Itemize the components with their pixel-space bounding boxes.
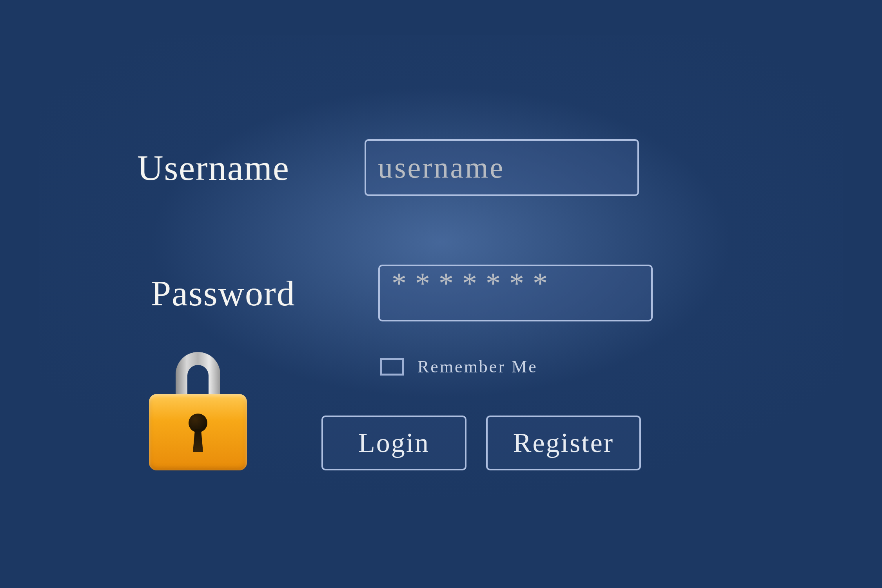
remember-me-label: Remember Me bbox=[417, 357, 538, 377]
username-input[interactable] bbox=[365, 139, 639, 196]
login-panel: Username Password ******* Remember Me Lo… bbox=[39, 35, 843, 553]
password-label: Password bbox=[151, 272, 378, 314]
password-input[interactable]: ******* bbox=[378, 265, 653, 321]
username-row: Username bbox=[137, 139, 639, 196]
password-row: Password ******* bbox=[151, 265, 653, 321]
remember-me-checkbox[interactable] bbox=[380, 358, 404, 376]
buttons-row: Login Register bbox=[321, 416, 641, 470]
remember-me-row: Remember Me bbox=[380, 357, 538, 377]
lock-icon bbox=[149, 345, 247, 470]
username-label: Username bbox=[137, 147, 365, 189]
register-button[interactable]: Register bbox=[486, 416, 641, 470]
login-button[interactable]: Login bbox=[321, 416, 466, 470]
